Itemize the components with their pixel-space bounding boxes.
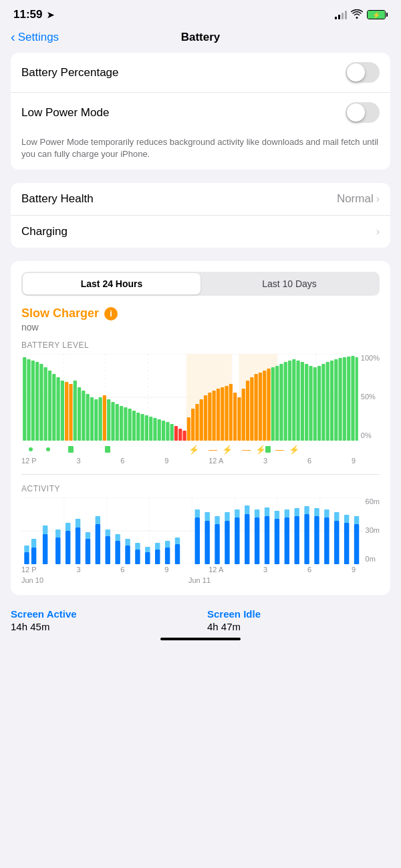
svg-rect-66 [250, 377, 253, 441]
svg-rect-34 [116, 404, 119, 441]
svg-rect-119 [43, 525, 47, 534]
x-label-12p: 12 P [21, 457, 37, 465]
x-label-9a: 9 [352, 457, 356, 465]
svg-rect-150 [215, 524, 219, 564]
svg-rect-31 [103, 395, 106, 441]
svg-rect-72 [275, 366, 279, 441]
charging-row[interactable]: Charging › [11, 216, 390, 248]
svg-rect-41 [145, 415, 148, 441]
status-icons: ⚡ [335, 9, 388, 21]
svg-rect-123 [65, 523, 70, 531]
svg-rect-85 [330, 361, 333, 441]
svg-rect-116 [31, 548, 36, 564]
svg-rect-59 [221, 387, 224, 441]
svg-rect-62 [233, 393, 237, 441]
svg-rect-161 [265, 507, 269, 516]
signal-bars [335, 10, 347, 19]
svg-rect-144 [175, 544, 180, 564]
activity-chart-wrapper: 60m 30m 0m [21, 497, 380, 564]
battery-chart-wrapper: 100% 50% 0% [21, 354, 380, 441]
svg-rect-48 [174, 426, 178, 441]
signal-bar-1 [335, 17, 337, 19]
svg-rect-146 [195, 517, 200, 564]
svg-rect-82 [317, 366, 321, 441]
svg-rect-19 [52, 374, 55, 441]
x-label-3a: 3 [263, 457, 267, 465]
battery-fill: ⚡ [368, 11, 385, 19]
svg-rect-138 [145, 552, 150, 564]
battery-outline: ⚡ [367, 10, 386, 19]
low-power-mode-toggle[interactable] [346, 102, 380, 123]
battery-percentage-row: Battery Percentage [11, 53, 390, 93]
low-power-mode-row: Low Power Mode [11, 93, 390, 132]
svg-rect-69 [263, 371, 266, 441]
svg-rect-169 [304, 506, 309, 514]
svg-rect-15 [35, 362, 39, 441]
back-button[interactable]: ‹ Settings [11, 29, 59, 45]
screen-idle-value: 4h 47m [207, 621, 390, 632]
x-label-3: 3 [76, 457, 80, 465]
tab-10-days[interactable]: Last 10 Days [200, 273, 378, 294]
svg-rect-32 [107, 399, 110, 441]
svg-rect-162 [275, 519, 279, 564]
svg-rect-147 [195, 509, 200, 517]
svg-rect-65 [246, 381, 249, 441]
svg-rect-176 [344, 523, 349, 564]
svg-rect-87 [338, 358, 342, 441]
battery-health-row[interactable]: Battery Health Normal › [11, 183, 390, 216]
battery-chart-svg [21, 354, 358, 441]
svg-rect-140 [155, 550, 160, 564]
status-bar: 11:59 ➤ ⚡ [0, 0, 401, 27]
svg-rect-78 [301, 362, 304, 441]
battery-percentage-toggle[interactable] [346, 62, 380, 83]
battery-health-label: Battery Health [21, 192, 94, 206]
svg-rect-141 [155, 543, 160, 550]
svg-rect-80 [309, 366, 312, 441]
svg-rect-24 [74, 381, 77, 441]
svg-rect-118 [43, 534, 47, 564]
svg-rect-172 [324, 517, 329, 564]
svg-rect-167 [294, 508, 299, 516]
svg-rect-61 [229, 384, 233, 441]
signal-bar-2 [338, 15, 340, 19]
slow-charger-row: Slow Charger i [21, 306, 380, 320]
svg-rect-158 [255, 517, 259, 564]
tab-24-hours[interactable]: Last 24 Hours [23, 273, 200, 294]
date-jun11: Jun 11 [188, 576, 211, 584]
svg-rect-139 [145, 547, 150, 552]
svg-rect-165 [285, 509, 289, 517]
svg-rect-83 [321, 364, 325, 441]
signal-bar-3 [342, 13, 344, 19]
svg-rect-18 [48, 371, 51, 441]
svg-rect-168 [304, 514, 309, 564]
svg-rect-91 [356, 357, 358, 441]
svg-rect-54 [200, 399, 203, 441]
svg-rect-131 [106, 529, 110, 536]
svg-rect-45 [162, 421, 165, 441]
svg-rect-36 [124, 407, 127, 441]
svg-rect-171 [314, 508, 319, 516]
activity-chart-svg [21, 497, 363, 564]
act-x-label-6a: 6 [307, 566, 311, 574]
svg-rect-38 [132, 411, 136, 441]
svg-rect-135 [125, 539, 130, 546]
svg-text:⚡: ⚡ [188, 444, 200, 455]
svg-rect-74 [284, 362, 287, 441]
svg-rect-81 [313, 367, 317, 441]
activity-chart-area [21, 497, 363, 564]
svg-rect-153 [225, 512, 229, 521]
battery-health-chevron: › [376, 193, 380, 205]
svg-rect-33 [111, 402, 114, 441]
info-icon[interactable]: i [104, 307, 118, 320]
svg-rect-152 [225, 521, 229, 564]
svg-rect-132 [115, 541, 120, 564]
svg-rect-17 [44, 367, 47, 441]
svg-rect-95 [105, 446, 110, 453]
svg-rect-157 [245, 505, 249, 514]
svg-rect-55 [204, 395, 207, 441]
svg-rect-126 [86, 539, 90, 564]
svg-rect-90 [351, 356, 354, 441]
settings-section-2: Battery Health Normal › Charging › [11, 183, 390, 248]
screen-active-value: 14h 45m [11, 621, 194, 632]
battery-lightning: ⚡ [372, 11, 380, 19]
